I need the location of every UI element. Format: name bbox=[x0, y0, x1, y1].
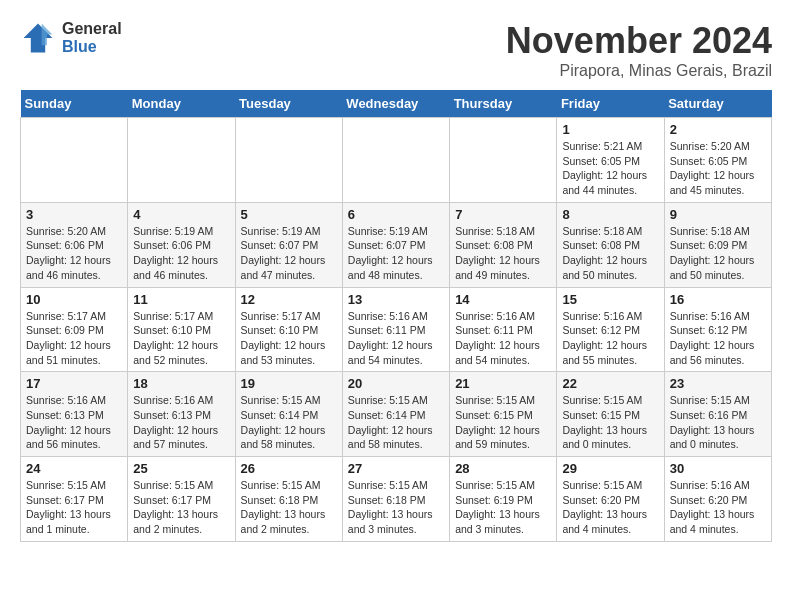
day-number: 2 bbox=[670, 122, 766, 137]
svg-marker-0 bbox=[24, 24, 53, 53]
calendar-cell: 30Sunrise: 5:16 AM Sunset: 6:20 PM Dayli… bbox=[664, 457, 771, 542]
calendar-cell: 21Sunrise: 5:15 AM Sunset: 6:15 PM Dayli… bbox=[450, 372, 557, 457]
weekday-header-monday: Monday bbox=[128, 90, 235, 118]
title-block: November 2024 Pirapora, Minas Gerais, Br… bbox=[506, 20, 772, 80]
day-number: 22 bbox=[562, 376, 658, 391]
calendar-cell bbox=[450, 118, 557, 203]
day-info: Sunrise: 5:19 AM Sunset: 6:07 PM Dayligh… bbox=[241, 224, 337, 283]
day-number: 30 bbox=[670, 461, 766, 476]
day-number: 9 bbox=[670, 207, 766, 222]
calendar-cell: 28Sunrise: 5:15 AM Sunset: 6:19 PM Dayli… bbox=[450, 457, 557, 542]
calendar-cell: 9Sunrise: 5:18 AM Sunset: 6:09 PM Daylig… bbox=[664, 202, 771, 287]
day-info: Sunrise: 5:17 AM Sunset: 6:10 PM Dayligh… bbox=[241, 309, 337, 368]
svg-marker-1 bbox=[42, 24, 53, 46]
day-number: 10 bbox=[26, 292, 122, 307]
logo: General Blue bbox=[20, 20, 122, 56]
day-number: 27 bbox=[348, 461, 444, 476]
day-number: 6 bbox=[348, 207, 444, 222]
day-info: Sunrise: 5:16 AM Sunset: 6:11 PM Dayligh… bbox=[455, 309, 551, 368]
day-info: Sunrise: 5:15 AM Sunset: 6:15 PM Dayligh… bbox=[455, 393, 551, 452]
day-info: Sunrise: 5:19 AM Sunset: 6:06 PM Dayligh… bbox=[133, 224, 229, 283]
day-info: Sunrise: 5:19 AM Sunset: 6:07 PM Dayligh… bbox=[348, 224, 444, 283]
day-number: 8 bbox=[562, 207, 658, 222]
day-number: 24 bbox=[26, 461, 122, 476]
calendar-cell: 17Sunrise: 5:16 AM Sunset: 6:13 PM Dayli… bbox=[21, 372, 128, 457]
weekday-header-sunday: Sunday bbox=[21, 90, 128, 118]
calendar-cell: 4Sunrise: 5:19 AM Sunset: 6:06 PM Daylig… bbox=[128, 202, 235, 287]
calendar-cell bbox=[128, 118, 235, 203]
calendar-cell: 10Sunrise: 5:17 AM Sunset: 6:09 PM Dayli… bbox=[21, 287, 128, 372]
logo-general-text: General bbox=[62, 20, 122, 38]
day-info: Sunrise: 5:15 AM Sunset: 6:16 PM Dayligh… bbox=[670, 393, 766, 452]
calendar-table: SundayMondayTuesdayWednesdayThursdayFrid… bbox=[20, 90, 772, 542]
day-number: 21 bbox=[455, 376, 551, 391]
day-info: Sunrise: 5:16 AM Sunset: 6:13 PM Dayligh… bbox=[26, 393, 122, 452]
day-info: Sunrise: 5:15 AM Sunset: 6:14 PM Dayligh… bbox=[348, 393, 444, 452]
day-number: 23 bbox=[670, 376, 766, 391]
day-info: Sunrise: 5:15 AM Sunset: 6:15 PM Dayligh… bbox=[562, 393, 658, 452]
day-info: Sunrise: 5:18 AM Sunset: 6:09 PM Dayligh… bbox=[670, 224, 766, 283]
calendar-cell: 6Sunrise: 5:19 AM Sunset: 6:07 PM Daylig… bbox=[342, 202, 449, 287]
day-info: Sunrise: 5:17 AM Sunset: 6:09 PM Dayligh… bbox=[26, 309, 122, 368]
day-info: Sunrise: 5:16 AM Sunset: 6:20 PM Dayligh… bbox=[670, 478, 766, 537]
calendar-cell: 15Sunrise: 5:16 AM Sunset: 6:12 PM Dayli… bbox=[557, 287, 664, 372]
day-number: 19 bbox=[241, 376, 337, 391]
day-info: Sunrise: 5:17 AM Sunset: 6:10 PM Dayligh… bbox=[133, 309, 229, 368]
day-info: Sunrise: 5:15 AM Sunset: 6:18 PM Dayligh… bbox=[241, 478, 337, 537]
calendar-cell: 22Sunrise: 5:15 AM Sunset: 6:15 PM Dayli… bbox=[557, 372, 664, 457]
weekday-header-wednesday: Wednesday bbox=[342, 90, 449, 118]
calendar-week-row: 17Sunrise: 5:16 AM Sunset: 6:13 PM Dayli… bbox=[21, 372, 772, 457]
calendar-cell: 19Sunrise: 5:15 AM Sunset: 6:14 PM Dayli… bbox=[235, 372, 342, 457]
calendar-cell: 26Sunrise: 5:15 AM Sunset: 6:18 PM Dayli… bbox=[235, 457, 342, 542]
logo-text: General Blue bbox=[62, 20, 122, 55]
calendar-week-row: 24Sunrise: 5:15 AM Sunset: 6:17 PM Dayli… bbox=[21, 457, 772, 542]
day-number: 20 bbox=[348, 376, 444, 391]
calendar-week-row: 3Sunrise: 5:20 AM Sunset: 6:06 PM Daylig… bbox=[21, 202, 772, 287]
day-info: Sunrise: 5:18 AM Sunset: 6:08 PM Dayligh… bbox=[562, 224, 658, 283]
day-info: Sunrise: 5:20 AM Sunset: 6:05 PM Dayligh… bbox=[670, 139, 766, 198]
calendar-week-row: 1Sunrise: 5:21 AM Sunset: 6:05 PM Daylig… bbox=[21, 118, 772, 203]
day-info: Sunrise: 5:16 AM Sunset: 6:13 PM Dayligh… bbox=[133, 393, 229, 452]
day-info: Sunrise: 5:16 AM Sunset: 6:12 PM Dayligh… bbox=[670, 309, 766, 368]
day-number: 7 bbox=[455, 207, 551, 222]
day-number: 17 bbox=[26, 376, 122, 391]
calendar-cell: 2Sunrise: 5:20 AM Sunset: 6:05 PM Daylig… bbox=[664, 118, 771, 203]
calendar-cell: 1Sunrise: 5:21 AM Sunset: 6:05 PM Daylig… bbox=[557, 118, 664, 203]
calendar-week-row: 10Sunrise: 5:17 AM Sunset: 6:09 PM Dayli… bbox=[21, 287, 772, 372]
weekday-header-tuesday: Tuesday bbox=[235, 90, 342, 118]
calendar-cell: 14Sunrise: 5:16 AM Sunset: 6:11 PM Dayli… bbox=[450, 287, 557, 372]
day-info: Sunrise: 5:15 AM Sunset: 6:14 PM Dayligh… bbox=[241, 393, 337, 452]
day-number: 26 bbox=[241, 461, 337, 476]
day-info: Sunrise: 5:16 AM Sunset: 6:11 PM Dayligh… bbox=[348, 309, 444, 368]
calendar-cell: 5Sunrise: 5:19 AM Sunset: 6:07 PM Daylig… bbox=[235, 202, 342, 287]
weekday-header-friday: Friday bbox=[557, 90, 664, 118]
day-info: Sunrise: 5:15 AM Sunset: 6:19 PM Dayligh… bbox=[455, 478, 551, 537]
day-number: 4 bbox=[133, 207, 229, 222]
day-info: Sunrise: 5:20 AM Sunset: 6:06 PM Dayligh… bbox=[26, 224, 122, 283]
calendar-cell: 3Sunrise: 5:20 AM Sunset: 6:06 PM Daylig… bbox=[21, 202, 128, 287]
calendar-cell bbox=[235, 118, 342, 203]
calendar-cell bbox=[342, 118, 449, 203]
calendar-cell: 23Sunrise: 5:15 AM Sunset: 6:16 PM Dayli… bbox=[664, 372, 771, 457]
calendar-cell: 8Sunrise: 5:18 AM Sunset: 6:08 PM Daylig… bbox=[557, 202, 664, 287]
day-number: 18 bbox=[133, 376, 229, 391]
weekday-header-saturday: Saturday bbox=[664, 90, 771, 118]
day-number: 29 bbox=[562, 461, 658, 476]
day-info: Sunrise: 5:15 AM Sunset: 6:17 PM Dayligh… bbox=[26, 478, 122, 537]
logo-icon bbox=[20, 20, 56, 56]
day-number: 13 bbox=[348, 292, 444, 307]
day-info: Sunrise: 5:18 AM Sunset: 6:08 PM Dayligh… bbox=[455, 224, 551, 283]
day-number: 1 bbox=[562, 122, 658, 137]
day-number: 11 bbox=[133, 292, 229, 307]
calendar-cell bbox=[21, 118, 128, 203]
weekday-header-row: SundayMondayTuesdayWednesdayThursdayFrid… bbox=[21, 90, 772, 118]
location-text: Pirapora, Minas Gerais, Brazil bbox=[506, 62, 772, 80]
calendar-cell: 24Sunrise: 5:15 AM Sunset: 6:17 PM Dayli… bbox=[21, 457, 128, 542]
month-title: November 2024 bbox=[506, 20, 772, 62]
day-number: 12 bbox=[241, 292, 337, 307]
day-info: Sunrise: 5:21 AM Sunset: 6:05 PM Dayligh… bbox=[562, 139, 658, 198]
calendar-cell: 18Sunrise: 5:16 AM Sunset: 6:13 PM Dayli… bbox=[128, 372, 235, 457]
day-info: Sunrise: 5:15 AM Sunset: 6:17 PM Dayligh… bbox=[133, 478, 229, 537]
calendar-cell: 29Sunrise: 5:15 AM Sunset: 6:20 PM Dayli… bbox=[557, 457, 664, 542]
calendar-cell: 13Sunrise: 5:16 AM Sunset: 6:11 PM Dayli… bbox=[342, 287, 449, 372]
